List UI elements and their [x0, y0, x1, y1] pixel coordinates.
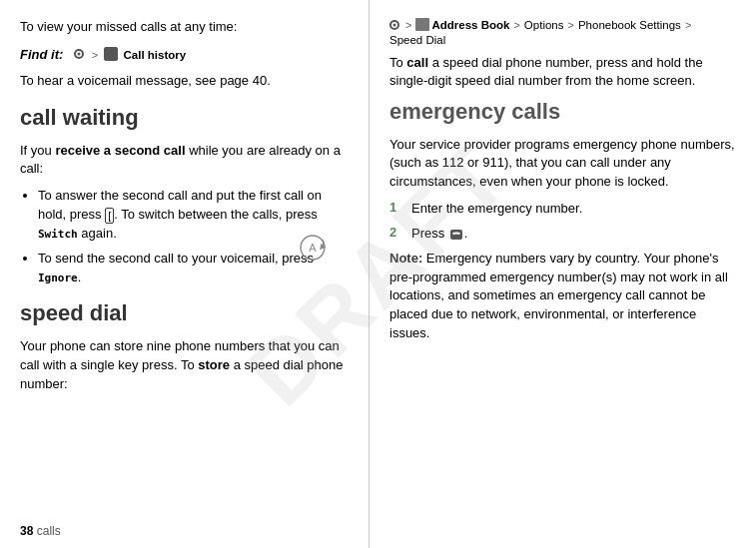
nav-arrow-right-4: >: [685, 19, 691, 31]
svg-text:A: A: [309, 242, 317, 254]
page-number: 38: [20, 524, 33, 538]
emergency-calls-heading: emergency calls: [389, 99, 738, 125]
nav-arrow-right-3: >: [567, 19, 573, 31]
options-label: Options: [524, 19, 564, 31]
nav-dot-right-icon: [389, 20, 399, 30]
switch-key: Switch: [38, 228, 78, 241]
right-column: > Address Book > Options > Phonebook Set…: [370, 0, 756, 548]
svg-rect-2: [450, 230, 462, 240]
rotation-icon: A: [299, 234, 327, 262]
nav-arrow-right-1: >: [405, 19, 411, 31]
step-1-number: 1: [389, 200, 403, 215]
nav-dot-icon: [74, 49, 84, 59]
phone-end-icon: [449, 229, 463, 241]
voicemail-text: To hear a voicemail message, see page 40…: [20, 72, 351, 91]
call-waiting-heading: call waiting: [20, 105, 351, 131]
step-2-row: 2 Press .: [389, 225, 738, 244]
emergency-intro: Your service provider programs emergency…: [389, 136, 738, 193]
bracket-key: [: [105, 208, 114, 224]
call-bold: call: [406, 55, 428, 70]
nav-breadcrumb: > Address Book > Options > Phonebook Set…: [389, 19, 738, 46]
address-book-icon: [415, 18, 429, 31]
speed-dial-text: Your phone can store nine phone numbers …: [20, 337, 351, 394]
find-it-label: Find it:: [20, 47, 63, 62]
ignore-key: Ignore: [38, 272, 78, 284]
left-column: To view your missed calls at any time: F…: [0, 0, 370, 548]
call-history-label: Call history: [123, 49, 186, 61]
nav-arrow-1: >: [92, 49, 98, 61]
step-2-text: Press .: [411, 225, 467, 244]
speed-dial-nav-label: Speed Dial: [389, 34, 445, 46]
footer-label: calls: [37, 524, 61, 538]
intro-text: To view your missed calls at any time:: [20, 18, 351, 37]
speed-dial-heading: speed dial: [20, 300, 351, 326]
phonebook-settings-label: Phonebook Settings: [578, 19, 681, 31]
speed-dial-call-text: To call a speed dial phone number, press…: [389, 54, 738, 92]
find-it-line: Find it: > Call history: [20, 45, 351, 65]
nav-arrow-right-2: >: [513, 19, 519, 31]
page-footer: 38 calls: [20, 524, 61, 538]
receive-second-call-bold: receive a second call: [55, 143, 185, 158]
note-paragraph: Note: Emergency numbers vary by country.…: [389, 250, 738, 343]
call-history-icon: [104, 47, 118, 61]
step-1-row: 1 Enter the emergency number.: [389, 200, 738, 219]
store-bold: store: [198, 357, 230, 372]
step-1-text: Enter the emergency number.: [411, 200, 582, 219]
note-text: Emergency numbers vary by country. Your …: [389, 251, 728, 340]
step-2-number: 2: [389, 225, 403, 240]
address-book-label: Address Book: [431, 19, 509, 31]
call-waiting-intro: If you receive a second call while you a…: [20, 142, 351, 180]
note-label: Note:: [389, 251, 422, 266]
